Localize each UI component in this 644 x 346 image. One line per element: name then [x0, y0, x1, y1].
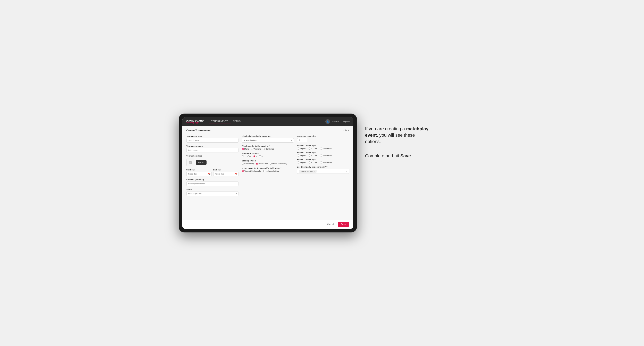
scoring-medal[interactable]: Medal Match Play [270, 163, 287, 165]
sponsor-label: Sponsor (optional) [186, 179, 238, 181]
division-select-wrapper: NCAA Division I [242, 138, 294, 143]
sponsor-group: Sponsor (optional) [186, 179, 238, 186]
third-party-group: Use third-party live scoring API? Leader… [297, 166, 349, 174]
form-grid: Tournament Host Tournament name Tourname… [186, 135, 349, 196]
signout-link[interactable]: Sign out [343, 121, 350, 123]
date-row: Start date 📅 End date 📅 [186, 169, 238, 176]
form-right-col: Maximum Team Size Round 1 - Match Type S… [297, 135, 349, 174]
nav-tournaments[interactable]: TOURNAMENTS [209, 119, 231, 124]
third-party-tag: Leaderboard King ✕ [299, 170, 317, 173]
round3-foursomes[interactable]: Foursomes [320, 162, 332, 164]
gender-combined[interactable]: Combined [263, 148, 274, 150]
tablet-screen: SCOREBOARD Powered by clippit TOURNAMENT… [182, 117, 353, 229]
round-1[interactable]: 1 [242, 155, 246, 157]
round1-match-type: Round 1 - Match Type Singles Fourball [297, 145, 349, 150]
rounds-group: Number of rounds 1 2 3 [242, 153, 294, 157]
calendar-icon-end: 📅 [235, 173, 237, 175]
gender-radio-group: Mens Womens Combined [242, 148, 294, 150]
logo-upload-area: 🖼 Upload [186, 159, 238, 166]
save-button[interactable]: Save [338, 222, 349, 227]
division-group: Which division is the event for? NCAA Di… [242, 135, 294, 143]
gender-label: Which gender is the event for? [242, 145, 294, 147]
round3-match-type: Round 3 - Match Type Singles Fourball [297, 159, 349, 164]
scoring-stroke[interactable]: Stroke Play [242, 163, 254, 165]
third-party-select[interactable]: Leaderboard King ✕ ▾ [297, 169, 349, 174]
tag-remove-btn[interactable]: ✕ [314, 170, 315, 172]
nav-username: Test User [332, 121, 339, 123]
tournament-host-input[interactable] [186, 138, 238, 143]
rounds-label: Number of rounds [242, 153, 294, 155]
scoring-label: Scoring system [242, 160, 294, 162]
max-team-input[interactable] [297, 138, 307, 142]
nav-separator: | [341, 121, 341, 123]
rounds-radio-group: 1 2 3 4 [242, 155, 294, 157]
division-select[interactable]: NCAA Division I [242, 138, 294, 143]
tournament-logo-group: Tournament logo 🖼 Upload [186, 155, 238, 166]
brand-title: SCOREBOARD [186, 120, 204, 122]
tablet-device: SCOREBOARD Powered by clippit TOURNAMENT… [179, 114, 357, 232]
round-3[interactable]: 3 [253, 155, 257, 157]
logo-placeholder: 🖼 [186, 159, 194, 166]
nav-teams[interactable]: TEAMS [231, 119, 243, 124]
avatar: 👤 [326, 119, 330, 124]
round-4[interactable]: 4 [259, 155, 263, 157]
page-title: Create Tournament [186, 129, 211, 132]
round2-fourball[interactable]: Fourball [308, 155, 318, 157]
round3-fourball[interactable]: Fourball [308, 162, 318, 164]
round3-singles[interactable]: Singles [297, 162, 306, 164]
match-type-section: Round 1 - Match Type Singles Fourball [297, 145, 349, 164]
round1-label: Round 1 - Match Type [297, 145, 349, 147]
individuals-option[interactable]: Individuals Only [263, 170, 279, 172]
navbar: SCOREBOARD Powered by clippit TOURNAMENT… [182, 117, 353, 126]
tournament-name-label: Tournament name [186, 145, 238, 147]
round1-fourball[interactable]: Fourball [308, 148, 318, 150]
scoring-match[interactable]: Match Play [256, 163, 268, 165]
venue-group: Venue Search golf club [186, 188, 238, 196]
form-footer: Cancel Save [182, 220, 353, 229]
round2-singles[interactable]: Singles [297, 155, 306, 157]
teams-group: Is this event for Teams and/or Individua… [242, 167, 294, 172]
end-date-group: End date 📅 [213, 169, 238, 176]
round3-label: Round 3 - Match Type [297, 159, 349, 161]
upload-button[interactable]: Upload [196, 160, 207, 165]
round2-foursomes[interactable]: Foursomes [320, 155, 332, 157]
teams-radio-group: Teams (+Individuals) Individuals Only [242, 170, 294, 172]
venue-select[interactable]: Search golf club [186, 191, 238, 196]
max-team-group: Maximum Team Size [297, 135, 349, 142]
form-middle-col: Which division is the event for? NCAA Di… [242, 135, 294, 172]
gender-group: Which gender is the event for? Mens Wome… [242, 145, 294, 150]
round1-foursomes[interactable]: Foursomes [320, 148, 332, 150]
form-left-col: Tournament Host Tournament name Tourname… [186, 135, 238, 196]
annotation-save: Complete and hit Save. [365, 153, 431, 159]
gender-mens[interactable]: Mens [242, 148, 249, 150]
venue-label: Venue [186, 188, 238, 190]
scoring-radio-group: Stroke Play Match Play Medal Match Play [242, 163, 294, 165]
gender-womens[interactable]: Womens [251, 148, 261, 150]
sponsor-input[interactable] [186, 181, 238, 186]
page-header: Create Tournament ‹ Back [186, 129, 349, 132]
cancel-button[interactable]: Cancel [325, 222, 336, 227]
annotations: If you are creating a matchplay event, y… [365, 114, 431, 159]
brand-sub: Powered by clippit [186, 122, 204, 123]
teams-label: Is this event for Teams and/or Individua… [242, 167, 294, 169]
end-date-label: End date [213, 169, 238, 171]
round1-singles[interactable]: Singles [297, 148, 306, 150]
annotation-matchplay: If you are creating a matchplay event, y… [365, 126, 431, 145]
tournament-name-group: Tournament name [186, 145, 238, 153]
end-date-wrapper: 📅 [213, 172, 238, 176]
round2-options: Singles Fourball Foursomes [297, 155, 349, 157]
round-2[interactable]: 2 [248, 155, 251, 157]
venue-select-wrapper: Search golf club [186, 191, 238, 196]
main-content: Create Tournament ‹ Back Tournament Host… [182, 126, 353, 220]
tournament-name-input[interactable] [186, 148, 238, 153]
back-link[interactable]: ‹ Back [343, 129, 349, 132]
tournament-host-label: Tournament Host [186, 135, 238, 137]
round2-match-type: Round 2 - Match Type Singles Fourball [297, 152, 349, 157]
round2-label: Round 2 - Match Type [297, 152, 349, 154]
max-team-label: Maximum Team Size [297, 135, 349, 137]
nav-links: TOURNAMENTS TEAMS [209, 119, 320, 124]
third-party-label: Use third-party live scoring API? [297, 166, 349, 168]
nav-right: 👤 Test User | Sign out [326, 119, 350, 124]
division-label: Which division is the event for? [242, 135, 294, 137]
teams-option[interactable]: Teams (+Individuals) [242, 170, 262, 172]
